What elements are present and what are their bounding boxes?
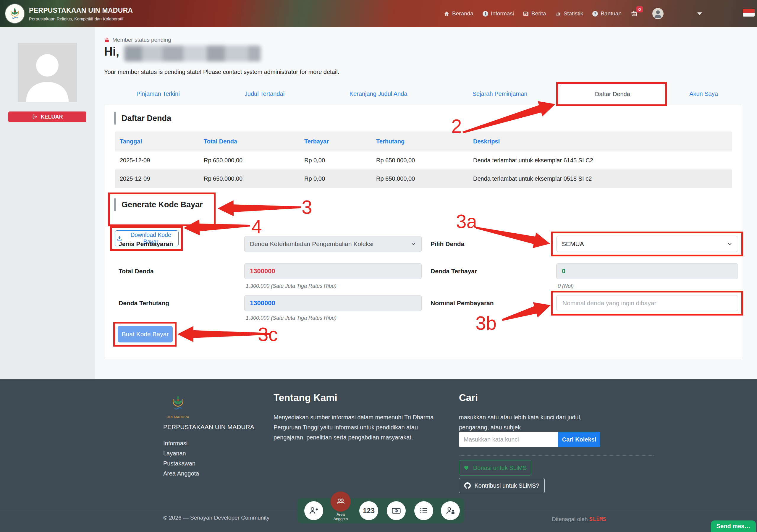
denda-terhutang-input: 1300000	[244, 295, 422, 311]
nominal-pembayaran-field[interactable]	[562, 299, 733, 307]
list-button[interactable]	[414, 501, 433, 520]
footer-brand: PERPUSTAKAAN UIN MADURA	[163, 423, 254, 430]
denda-terbayar-label: Denda Terbayar	[431, 267, 477, 275]
visitor-counter-button[interactable]: 123	[359, 501, 378, 520]
nav-statistik[interactable]: Statistik	[555, 10, 584, 17]
footer-logo	[171, 394, 185, 414]
language-flag-indonesia[interactable]	[743, 9, 755, 16]
nav-berita[interactable]: Berita	[523, 10, 546, 17]
page: PERPUSTAKAAN UIN MADURA Perpustakaan Rel…	[0, 0, 757, 532]
quick-access-dock: Area Anggota 123 $	[297, 498, 464, 523]
site-title: PERPUSTAKAAN UIN MADURA	[29, 7, 133, 15]
counter-123: 123	[363, 507, 375, 515]
nav-label: Statistik	[563, 10, 584, 17]
person-silhouette-icon	[18, 43, 77, 102]
denda-terhutang-help: 1.300.000 (Satu Juta Tiga Ratus Ribu)	[246, 315, 337, 321]
col-total-denda: Total Denda	[199, 132, 300, 151]
search-button[interactable]: Cari Koleksi	[558, 432, 600, 447]
info-icon	[482, 11, 489, 17]
nav-bantuan[interactable]: ? Bantuan	[592, 10, 621, 17]
total-denda-label: Total Denda	[119, 267, 154, 275]
col-terbayar: Terbayar	[300, 132, 371, 151]
divider	[459, 455, 654, 456]
tab-daftar-denda[interactable]: Daftar Denda	[560, 84, 665, 105]
heart-icon	[464, 465, 469, 471]
nav-informasi[interactable]: Informasi	[482, 10, 514, 17]
contribute-button[interactable]: Kontribusi untuk SLiMS?	[459, 478, 545, 493]
footer: UIN MADURA PERPUSTAKAAN UIN MADURA Infor…	[0, 379, 757, 532]
library-logo	[5, 4, 24, 23]
tab-judul-tertandai[interactable]: Judul Tertandai	[212, 84, 317, 104]
pilih-denda-value: SEMUA	[562, 240, 584, 247]
top-header: PERPUSTAKAAN UIN MADURA Perpustakaan Rel…	[0, 0, 757, 27]
contribute-label: Kontribusi untuk SLiMS?	[474, 482, 539, 489]
footer-link-area-anggota[interactable]: Area Anggota	[163, 470, 199, 477]
library-logo-icon	[9, 7, 21, 20]
search-title: Cari	[459, 392, 478, 403]
nav-label: Informasi	[491, 10, 514, 17]
collection-search: Cari Koleksi	[459, 432, 600, 447]
member-status-banner: Member status pending	[104, 37, 171, 43]
tab-akun-saya[interactable]: Akun Saya	[665, 84, 742, 104]
buat-kode-bayar-button[interactable]: Buat Kode Bayar	[118, 326, 173, 342]
nav-beranda[interactable]: Beranda	[443, 10, 473, 17]
area-anggota-button[interactable]	[331, 491, 351, 512]
footer-link-informasi[interactable]: Informasi	[163, 440, 188, 447]
footer-link-pustakawan[interactable]: Pustakawan	[163, 460, 196, 467]
member-pending-message: Your member status is pending state! Ple…	[104, 69, 339, 76]
cart-button[interactable]: 0	[630, 10, 638, 17]
denda-terhutang-label: Denda Terhutang	[119, 299, 169, 307]
footer-link-layanan[interactable]: Layanan	[163, 450, 186, 457]
member-name-redacted	[124, 46, 261, 61]
generate-section-title: Generate Kode Bayar	[122, 200, 203, 209]
table-row: 2025-12-09 Rp 650.000,00 Rp 0,00 Rp 650.…	[115, 151, 732, 170]
member-login-button[interactable]	[441, 501, 460, 520]
cell-deskripsi: Denda terlambat untuk eksemplar 0518 SI …	[469, 170, 732, 188]
tab-pinjaman-terkini[interactable]: Pinjaman Terkini	[104, 84, 212, 104]
denda-terbayar-input: 0	[556, 263, 738, 279]
chevron-down-icon	[727, 241, 733, 247]
powered-by: Ditenagai oleh SLiMS	[552, 516, 606, 522]
user-avatar[interactable]	[652, 8, 664, 19]
chevron-down-icon[interactable]	[697, 13, 702, 15]
fines-table: Tanggal Total Denda Terbayar Terhutang D…	[115, 132, 732, 188]
area-anggota-label: Area Anggota	[330, 512, 351, 521]
register-member-button[interactable]	[304, 501, 323, 520]
cash-icon: $	[391, 506, 401, 516]
logout-button[interactable]: KELUAR	[8, 111, 86, 122]
logout-icon	[32, 114, 38, 120]
donate-button[interactable]: Donasi untuk SLiMS	[459, 460, 531, 476]
cell-tanggal: 2025-12-09	[115, 151, 199, 170]
cell-total: Rp 650.000,00	[199, 151, 300, 170]
search-input[interactable]	[459, 432, 558, 447]
col-tanggal: Tanggal	[115, 132, 199, 151]
denda-terbayar-value: 0	[562, 267, 565, 275]
table-row: 2025-12-09 Rp 650.000,00 Rp 0,00 Rp 650.…	[115, 170, 732, 188]
denda-terbayar-help: 0 (Nol)	[558, 283, 574, 289]
nominal-pembayaran-input[interactable]	[556, 295, 738, 311]
donate-label: Donasi untuk SLiMS	[473, 465, 527, 471]
person-lock-icon	[445, 506, 455, 516]
people-icon	[336, 496, 346, 507]
about-title: Tentang Kami	[274, 392, 337, 403]
pilih-denda-select[interactable]: SEMUA	[556, 236, 738, 252]
tab-sejarah-peminjaman[interactable]: Sejarah Peminjaman	[440, 84, 560, 104]
tab-keranjang-judul[interactable]: Keranjang Judul Anda	[317, 84, 440, 104]
list-icon	[419, 506, 429, 516]
help-icon: ?	[592, 11, 598, 17]
total-denda-value: 1300000	[250, 267, 275, 275]
fines-payment-button[interactable]: $	[387, 501, 406, 520]
member-tabs: Pinjaman Terkini Judul Tertandai Keranja…	[104, 84, 742, 105]
send-message-button[interactable]: Send mes…	[711, 520, 756, 532]
jenis-pembayaran-select[interactable]: Denda Keterlambatan Pengembalian Koleksi	[244, 236, 422, 252]
news-icon	[523, 11, 529, 17]
chart-icon	[555, 11, 561, 17]
footer-logo-caption: UIN MADURA	[165, 415, 192, 419]
nav-label: Bantuan	[601, 10, 621, 17]
cell-terhutang: Rp 650.000,00	[371, 170, 469, 188]
fines-header-row: Tanggal Total Denda Terbayar Terhutang D…	[115, 132, 732, 151]
profile-photo-placeholder	[18, 43, 77, 102]
denda-terhutang-value: 1300000	[250, 299, 275, 307]
col-terhutang: Terhutang	[371, 132, 469, 151]
section-bar	[114, 112, 116, 124]
